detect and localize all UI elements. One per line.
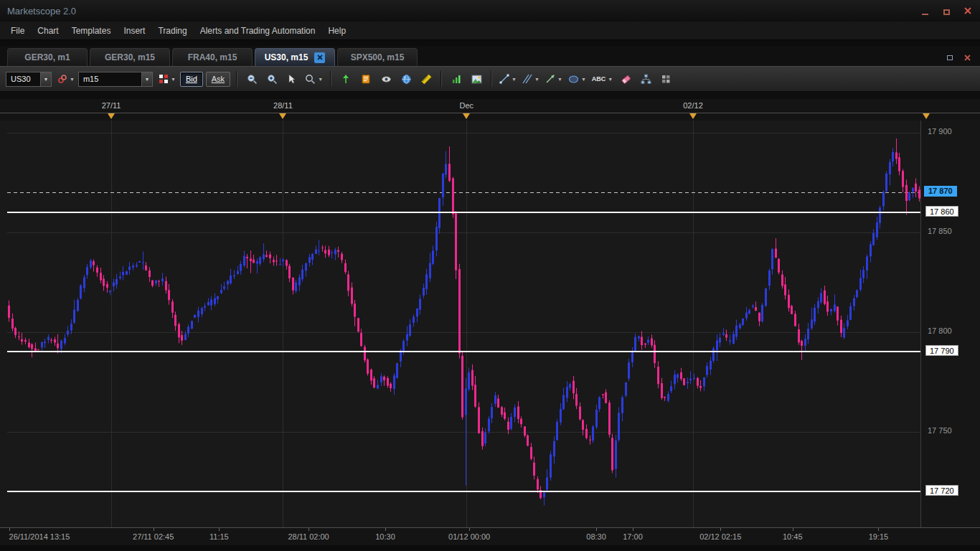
toolbar-separator (440, 71, 442, 87)
price-axis-label: 17 750 (928, 425, 952, 436)
tab-us30-m15[interactable]: US30, m15 (255, 48, 335, 66)
toolbar-separator (491, 71, 492, 87)
picture-icon (471, 74, 482, 85)
zoom-in-button[interactable] (263, 70, 281, 88)
period-select[interactable]: m15 ▼ (78, 72, 153, 87)
child-close-button[interactable] (963, 54, 971, 62)
menu-chart[interactable]: Chart (31, 23, 65, 39)
date-axis: 27/1128/11Dec02/12 (0, 99, 980, 121)
ellipse-icon (568, 74, 579, 85)
time-axis-label: 11:15 (209, 532, 229, 541)
zoom-out-icon (247, 74, 258, 85)
text-tool-button[interactable]: ABC ▼ (590, 70, 615, 88)
price-axis-label: 17 850 (928, 226, 952, 237)
measure-button[interactable] (417, 70, 435, 88)
layout-grid-icon (661, 75, 671, 84)
bid-toggle[interactable]: Bid (180, 72, 203, 87)
menu-trading[interactable]: Trading (151, 23, 193, 39)
time-tick (9, 528, 10, 531)
window-titlebar[interactable]: Marketscope 2.0 (0, 0, 980, 22)
time-tick (633, 528, 633, 531)
trendline-icon (499, 74, 509, 84)
shapes-button[interactable]: ▼ (566, 70, 588, 88)
chart-type-icon (159, 74, 169, 84)
child-restore-button[interactable] (946, 54, 954, 62)
price-axis-label: 17 720 (925, 485, 958, 496)
layout-grid-button[interactable] (656, 70, 675, 88)
time-axis-label: 17:00 (623, 532, 643, 541)
magnify-button[interactable]: ▼ (303, 70, 325, 88)
session-label: 28/11 (273, 101, 293, 110)
time-axis-label: 10:45 (783, 532, 803, 541)
chevron-down-icon: ▼ (171, 77, 176, 82)
price-axis-label: 17 790 (925, 345, 958, 356)
session-marker-icon (463, 113, 470, 119)
trendline-button[interactable]: ▼ (497, 70, 519, 88)
eraser-button[interactable] (616, 70, 635, 88)
session-marker-icon (923, 113, 930, 119)
hide-objects-button[interactable] (377, 70, 395, 88)
symbol-select[interactable]: US30 ▼ (6, 72, 52, 87)
pointer-button[interactable] (283, 70, 301, 88)
time-tick (793, 528, 793, 531)
notes-button[interactable] (357, 70, 375, 88)
time-tick (596, 528, 597, 531)
close-button[interactable] (963, 6, 973, 15)
tab-ger30-m15[interactable]: GER30, m15 (90, 48, 170, 66)
restore-button[interactable] (941, 6, 951, 15)
chart-type-button[interactable]: ▼ (156, 70, 178, 88)
menu-insert[interactable]: Insert (117, 23, 151, 39)
child-close-icon (964, 55, 971, 61)
chart-link-button[interactable]: ▼ (55, 70, 77, 88)
time-axis-label: 10:30 (375, 532, 395, 541)
tab-ger30-m1[interactable]: GER30, m1 (7, 48, 88, 66)
tab-fra40-m15[interactable]: FRA40, m15 (172, 48, 253, 66)
eraser-icon (621, 74, 631, 85)
time-axis-label: 01/12 00:00 (448, 532, 490, 541)
tab-spx500-m15[interactable]: SPX500, m15 (337, 48, 418, 66)
price-axis[interactable]: 17 90017 87017 86017 85017 80017 79017 7… (920, 121, 980, 527)
chevron-down-icon: ▼ (40, 72, 51, 86)
session-marker-icon (689, 113, 697, 119)
text-tool-label: ABC (592, 75, 606, 83)
ask-toggle[interactable]: Ask (206, 72, 230, 87)
time-axis-label: 19:15 (869, 532, 889, 541)
ray-button[interactable]: ▼ (543, 70, 565, 88)
chevron-down-icon: ▼ (557, 77, 562, 82)
candlestick-chart[interactable] (7, 121, 920, 527)
time-axis-label: 27/11 02:45 (133, 532, 174, 541)
minimize-button[interactable] (920, 6, 930, 15)
menu-templates[interactable]: Templates (65, 23, 118, 39)
price-axis-label: 17 860 (925, 206, 958, 217)
ruler-icon (421, 74, 432, 85)
restore-icon (943, 9, 950, 15)
menu-alerts-automation[interactable]: Alerts and Trading Automation (194, 23, 322, 39)
channel-button[interactable]: ▼ (520, 70, 542, 88)
browser-button[interactable] (397, 70, 415, 88)
chevron-down-icon: ▼ (318, 77, 323, 82)
session-label: Dec (460, 101, 474, 110)
chevron-down-icon: ▼ (141, 72, 152, 86)
globe-icon (401, 74, 412, 85)
time-axis-label: 02/12 02:15 (699, 532, 741, 541)
time-axis[interactable]: 26/11/2014 13:1527/11 02:4511:1528/11 02… (0, 527, 980, 545)
tab-close-button[interactable] (314, 52, 325, 63)
window-title: Marketscope 2.0 (7, 6, 76, 17)
menu-file[interactable]: File (4, 23, 31, 39)
child-restore-icon (947, 55, 953, 60)
notes-icon (361, 74, 371, 84)
snapshot-button[interactable] (467, 70, 486, 88)
chevron-down-icon: ▼ (608, 77, 613, 82)
eye-icon (381, 74, 392, 85)
time-axis-label: 26/11/2014 13:15 (9, 532, 70, 541)
menu-help[interactable]: Help (321, 23, 352, 39)
status-strip (0, 545, 980, 551)
toolbar-separator (330, 71, 331, 87)
indicators-icon (451, 74, 462, 85)
zoom-out-button[interactable] (242, 70, 261, 88)
create-order-button[interactable] (336, 70, 355, 88)
objects-tree-button[interactable] (636, 70, 655, 88)
indicators-button[interactable] (447, 70, 466, 88)
channel-icon (522, 74, 532, 84)
menubar: File Chart Templates Insert Trading Aler… (0, 22, 980, 40)
